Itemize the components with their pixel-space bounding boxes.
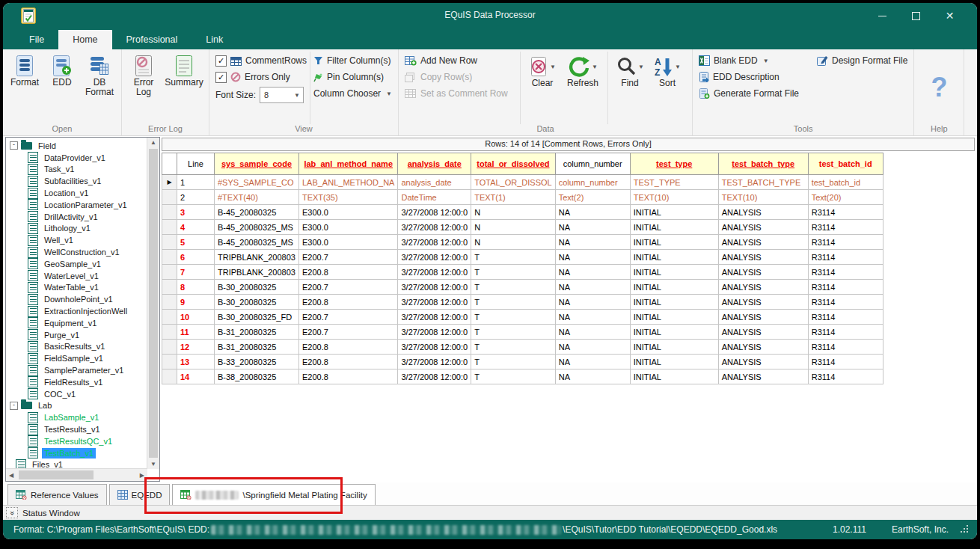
grid-cell[interactable]: NA [555,280,630,295]
sort-button[interactable]: AZ ▼ Sort [649,52,686,124]
grid-cell[interactable]: T [471,310,556,325]
blank-edd-button[interactable]: Blank EDD▼ [699,52,811,69]
errors-only-checkbox-row[interactable]: ✓ Errors Only [215,69,307,85]
grid-cell[interactable]: INITIAL [630,205,718,220]
tree-item-Location_v1[interactable]: Location_v1 [6,187,147,199]
grid-cell[interactable]: 3/27/2008 12:00:0 [398,310,471,325]
collapse-icon[interactable]: - [10,402,18,410]
grid-cell[interactable]: B-30_20080325_FD [215,310,299,325]
grid-cell[interactable]: 3/27/2008 12:00:0 [398,295,471,310]
grid-cell[interactable]: analysis_date [398,175,471,190]
tree-item-WellConstruction_v1[interactable]: WellConstruction_v1 [6,246,147,258]
grid-cell[interactable]: B-45_20080325_MS [215,220,299,235]
tree-item-WaterTable_v1[interactable]: WaterTable_v1 [6,282,147,294]
tree-item-Lab[interactable]: -Lab [6,400,147,412]
scroll-down-icon[interactable]: ▼ [147,459,159,469]
line-number-cell[interactable]: 12 [177,340,215,355]
line-number-cell[interactable]: 4 [177,220,215,235]
grid-cell[interactable]: INITIAL [630,355,718,369]
row-selector[interactable] [162,340,177,355]
grid-cell[interactable]: E200.7 [298,310,398,325]
grid-cell[interactable]: 3/27/2008 12:00:0 [398,280,471,295]
refresh-button[interactable]: ▼ Refresh [561,52,604,124]
grid-cell[interactable]: E300.0 [298,220,398,235]
grid-cell[interactable]: INITIAL [630,340,718,355]
grid-cell[interactable]: ANALYSIS [718,265,808,280]
grid-cell[interactable]: 3/27/2008 12:00:0 [398,250,471,265]
column-header-line[interactable]: Line [177,153,215,175]
pin-columns-button[interactable]: Pin Column(s) [313,69,392,85]
grid-cell[interactable]: TRIPBLANK_200803 [215,250,299,265]
column-header-column_number[interactable]: column_number [555,153,630,175]
tree-item-TestBatch_v1[interactable]: TestBatch_v1 [6,447,147,459]
row-selector[interactable] [162,295,177,310]
minimize-button[interactable] [866,3,899,28]
row-selector[interactable] [162,205,177,220]
grid-cell[interactable]: E200.8 [298,355,398,369]
grid-cell[interactable]: 3/27/2008 12:00:0 [398,325,471,340]
grid-cell[interactable]: E300.0 [298,205,398,220]
tree-item-DownholePoint_v1[interactable]: DownholePoint_v1 [6,293,147,305]
grid-cell[interactable]: T [471,355,556,369]
line-number-cell[interactable]: 11 [177,325,215,340]
line-number-cell[interactable]: 1 [177,175,215,190]
tree-item-TestResults_v1[interactable]: TestResults_v1 [6,423,147,435]
find-button[interactable]: ▼ Find [611,52,649,124]
tree-item-Subfacilities_v1[interactable]: Subfacilities_v1 [6,175,147,187]
column-chooser-button[interactable]: Column Chooser▼ [313,85,392,102]
row-selector[interactable] [162,280,177,295]
row-selector[interactable] [162,250,177,265]
grid-cell[interactable]: ANALYSIS [718,369,808,384]
column-header-test_batch_type[interactable]: test_batch_type [718,153,808,175]
grid-cell[interactable]: B-31_20080325 [215,340,299,355]
tab-home[interactable]: Home [58,30,111,49]
grid-cell[interactable]: R3114 [808,235,883,250]
grid-cell[interactable]: B-38_20080325 [215,369,299,384]
grid-cell[interactable]: ANALYSIS [718,340,808,355]
line-number-cell[interactable]: 5 [177,235,215,250]
grid-cell[interactable]: INITIAL [630,280,718,295]
grid-cell[interactable]: 3/27/2008 12:00:0 [398,235,471,250]
grid-cell[interactable]: T [471,295,556,310]
grid-cell[interactable]: column_number [555,175,630,190]
grid-cell[interactable]: TEXT(10) [630,190,718,205]
row-selector[interactable] [162,235,177,250]
commentrows-checkbox[interactable]: ✓ [215,55,227,67]
tree-item-SampleParameter_v1[interactable]: SampleParameter_v1 [6,364,147,376]
tree-item-LabSample_v1[interactable]: LabSample_v1 [6,411,147,423]
grid-cell[interactable]: INITIAL [630,265,718,280]
row-selector[interactable] [162,325,177,340]
grid-cell[interactable]: NA [555,340,630,355]
grid-cell[interactable]: TEST_BATCH_TYPE [718,175,808,190]
grid-cell[interactable]: R3114 [808,355,883,369]
grid-cell[interactable]: NA [555,325,630,340]
grid-cell[interactable]: #TEXT(40) [215,190,299,205]
grid-cell[interactable]: ANALYSIS [718,250,808,265]
grid-cell[interactable]: INITIAL [630,310,718,325]
tree-item-Files_v1[interactable]: Files_v1 [6,459,147,469]
row-selector[interactable]: ▶ [162,175,177,190]
grid-cell[interactable]: R3114 [808,340,883,355]
scrollbar-thumb[interactable] [19,470,94,479]
grid-cell[interactable]: R3114 [808,265,883,280]
grid-cell[interactable]: B-30_20080325 [215,280,299,295]
grid-cell[interactable]: E200.8 [298,295,398,310]
grid-cell[interactable]: R3114 [808,205,883,220]
grid-cell[interactable]: ANALYSIS [718,310,808,325]
filter-columns-button[interactable]: Filter Column(s) [313,52,392,69]
tree-item-GeoSample_v1[interactable]: GeoSample_v1 [6,258,147,270]
grid-cell[interactable]: INITIAL [630,235,718,250]
grid-cell[interactable]: E200.7 [298,250,398,265]
grid-cell[interactable]: 3/27/2008 12:00:0 [398,205,471,220]
add-new-row-button[interactable]: Add New Row [405,52,517,69]
grid-cell[interactable]: R3114 [808,295,883,310]
tab-file[interactable]: File [15,30,58,49]
tree-item-Well_v1[interactable]: Well_v1 [6,234,147,246]
grid-cell[interactable]: B-30_20080325 [215,295,299,310]
grid-cell[interactable]: TEXT(1) [471,190,556,205]
grid-cell[interactable]: TEXT(35) [298,190,398,205]
grid-cell[interactable]: Text(2) [555,190,630,205]
grid-cell[interactable]: R3114 [808,250,883,265]
grid-cell[interactable]: ANALYSIS [718,220,808,235]
tree-item-COC_v1[interactable]: COC_v1 [6,388,147,400]
